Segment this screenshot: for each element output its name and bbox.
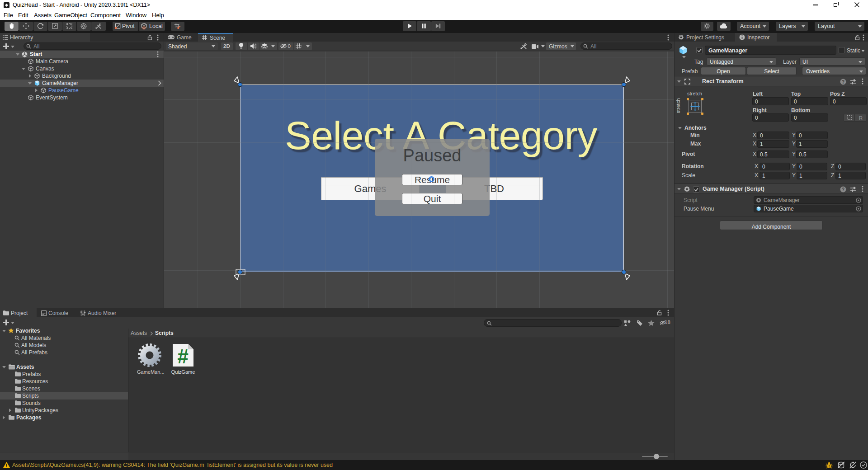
svg-text:?: ?: [842, 187, 844, 192]
svg-text:#: #: [177, 345, 189, 367]
svg-text:?: ?: [842, 80, 844, 85]
